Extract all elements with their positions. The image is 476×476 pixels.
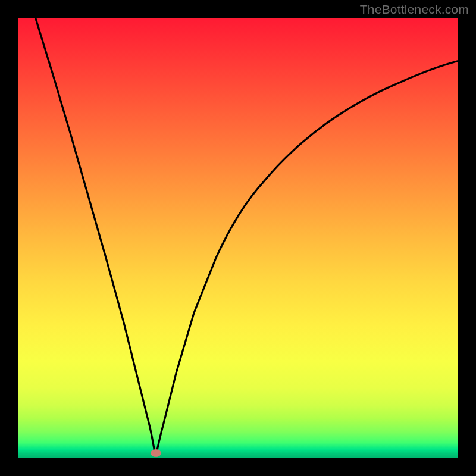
- chart-frame: TheBottleneck.com: [0, 0, 476, 476]
- bottleneck-curve: [18, 18, 458, 458]
- watermark-text: TheBottleneck.com: [360, 2, 469, 17]
- plot-area: [18, 18, 458, 458]
- curve-path: [36, 18, 458, 456]
